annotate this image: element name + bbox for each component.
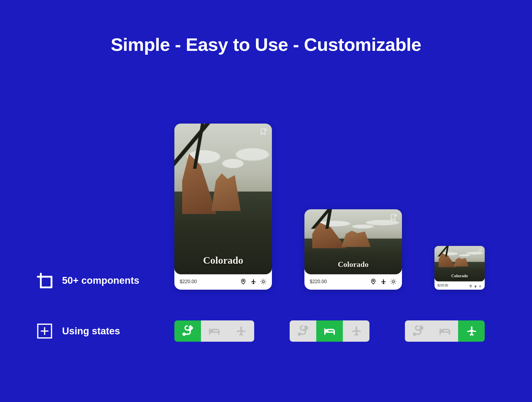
card-title: Colorado [434, 274, 485, 278]
card-image: Colorado [434, 246, 485, 281]
airplane-icon[interactable] [474, 284, 477, 287]
destination-card[interactable]: Colorado $220.00 [174, 124, 272, 290]
page-title: Simple - Easy to Use - Customizable [0, 34, 532, 55]
tab-airplane[interactable] [343, 320, 369, 342]
states-label-group: Using states [35, 322, 120, 340]
tab-bed[interactable] [201, 320, 228, 342]
svg-point-10 [211, 330, 213, 331]
plus-box-icon [35, 322, 54, 340]
map-pin-icon[interactable] [469, 284, 472, 287]
svg-point-12 [306, 327, 308, 329]
tab-route[interactable] [405, 320, 432, 342]
svg-point-3 [373, 280, 374, 282]
card-image: Colorado [304, 209, 402, 274]
bookmark-add-icon[interactable] [478, 248, 482, 252]
card-footer: $220.00 [174, 274, 272, 290]
states-row: Using states [35, 316, 497, 346]
svg-point-13 [326, 330, 328, 331]
card-image: Colorado [174, 124, 272, 274]
components-label-group: 50+ components [35, 271, 139, 290]
svg-rect-0 [41, 277, 51, 287]
components-label: 50+ components [62, 275, 139, 286]
airplane-icon[interactable] [250, 278, 257, 285]
map-pin-icon[interactable] [240, 278, 246, 285]
bookmark-add-icon[interactable] [260, 128, 268, 135]
card-footer: $220.00 [304, 274, 402, 290]
tab-group [405, 320, 485, 342]
svg-point-4 [392, 281, 394, 283]
destination-card[interactable]: Colorado $220.00 [304, 209, 402, 290]
bookmark-add-icon[interactable] [390, 213, 398, 221]
states-label: Using states [62, 325, 120, 337]
sun-icon[interactable] [390, 278, 397, 285]
card-title: Colorado [304, 260, 402, 269]
tab-group [290, 320, 369, 342]
sun-icon[interactable] [479, 284, 482, 287]
svg-point-9 [190, 327, 192, 329]
card-price: $220.00 [437, 284, 448, 287]
svg-point-1 [243, 280, 244, 282]
svg-point-16 [441, 330, 443, 331]
svg-point-15 [421, 327, 423, 329]
map-pin-icon[interactable] [370, 278, 377, 285]
card-footer-icons [469, 284, 482, 287]
card-footer-icons [240, 278, 267, 285]
tab-route[interactable] [174, 320, 201, 342]
svg-point-5 [470, 286, 471, 286]
state-groups [174, 320, 485, 342]
sun-icon[interactable] [260, 278, 267, 285]
svg-point-2 [262, 281, 264, 283]
svg-point-6 [480, 286, 481, 287]
card-price: $220.00 [310, 279, 327, 284]
tab-airplane[interactable] [228, 320, 254, 342]
scenery-illustration [174, 124, 272, 274]
airplane-icon[interactable] [380, 278, 387, 285]
destination-card[interactable]: Colorado $220.00 [434, 246, 485, 290]
card-title: Colorado [174, 255, 272, 266]
components-row: 50+ components Colorado $220.00 [35, 109, 497, 290]
card-price: $220.00 [180, 279, 197, 284]
card-footer-icons [370, 278, 397, 285]
card-footer: $220.00 [434, 281, 485, 290]
tab-route[interactable] [290, 320, 316, 342]
card-gallery: Colorado $220.00 [174, 124, 485, 290]
tab-group [174, 320, 254, 342]
tab-airplane[interactable] [458, 320, 485, 342]
tab-bed[interactable] [432, 320, 458, 342]
tab-bed[interactable] [316, 320, 343, 342]
crop-icon [35, 271, 54, 290]
